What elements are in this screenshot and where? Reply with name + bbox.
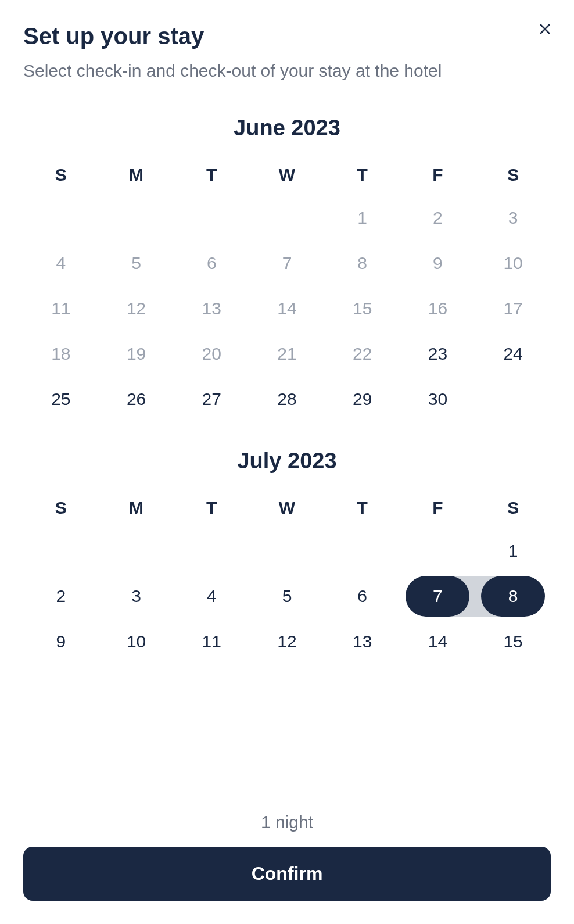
calendar-day[interactable]: 26 (99, 379, 174, 420)
day-cell: 9 (400, 243, 476, 284)
weekday-label: T (174, 491, 249, 525)
calendar-day[interactable]: 9 (23, 621, 99, 662)
calendar-day: 6 (174, 243, 249, 284)
calendar-day[interactable]: 5 (249, 576, 325, 617)
weekday-label: M (99, 158, 174, 192)
day-cell: 11 (174, 621, 249, 662)
day-cell: 9 (23, 621, 99, 662)
calendar-day[interactable]: 2 (23, 576, 99, 617)
day-cell: 10 (475, 243, 551, 284)
day-cell: 28 (249, 379, 325, 420)
month-title: July 2023 (23, 449, 551, 474)
days-grid: 123456789101112131415 (23, 531, 551, 662)
calendar-day[interactable]: 29 (325, 379, 400, 420)
day-cell: 4 (23, 243, 99, 284)
calendar-day: 13 (174, 288, 249, 329)
day-cell: 8 (475, 576, 551, 617)
calendar-day[interactable]: 1 (475, 531, 551, 571)
calendar-day: 21 (249, 334, 325, 374)
calendar-day: 17 (475, 288, 551, 329)
day-cell: 25 (23, 379, 99, 420)
calendar-day[interactable]: 25 (23, 379, 99, 420)
month-title: June 2023 (23, 116, 551, 141)
day-cell: 8 (325, 243, 400, 284)
calendar-day: 16 (400, 288, 476, 329)
weekday-label: S (23, 158, 99, 192)
day-cell: 12 (99, 288, 174, 329)
day-cell: 3 (475, 198, 551, 238)
day-cell: 20 (174, 334, 249, 374)
day-cell: 24 (475, 334, 551, 374)
day-cell: 18 (23, 334, 99, 374)
calendar-day[interactable]: 11 (174, 621, 249, 662)
day-cell: 22 (325, 334, 400, 374)
calendar-day[interactable]: 13 (325, 621, 400, 662)
day-cell: 17 (475, 288, 551, 329)
day-cell: 7 (400, 576, 476, 617)
weekday-label: M (99, 491, 174, 525)
calendar-day: 10 (475, 243, 551, 284)
day-cell: 3 (99, 576, 174, 617)
calendar-day[interactable]: 3 (99, 576, 174, 617)
calendar-day[interactable]: 27 (174, 379, 249, 420)
day-cell: 14 (400, 621, 476, 662)
calendar-day[interactable]: 4 (174, 576, 249, 617)
calendar-day[interactable]: 24 (475, 334, 551, 374)
day-cell: 12 (249, 621, 325, 662)
weekday-label: T (325, 158, 400, 192)
calendar-day: 5 (99, 243, 174, 284)
calendar-day[interactable]: 28 (249, 379, 325, 420)
calendar-day: 7 (249, 243, 325, 284)
weekday-label: S (475, 491, 551, 525)
day-cell: 2 (400, 198, 476, 238)
day-cell: 15 (475, 621, 551, 662)
day-cell: 4 (174, 576, 249, 617)
weekday-label: S (475, 158, 551, 192)
calendar-day[interactable]: 14 (400, 621, 476, 662)
calendar-day[interactable]: 8 (481, 576, 545, 617)
calendar-day: 9 (400, 243, 476, 284)
day-cell: 23 (400, 334, 476, 374)
calendar-day[interactable]: 30 (400, 379, 476, 420)
calendar-day: 1 (325, 198, 400, 238)
day-cell: 29 (325, 379, 400, 420)
page-title: Set up your stay (23, 23, 551, 49)
calendar-day: 11 (23, 288, 99, 329)
calendar-day[interactable]: 10 (99, 621, 174, 662)
weekday-label: F (400, 491, 476, 525)
calendar-day: 3 (475, 198, 551, 238)
day-cell: 1 (475, 531, 551, 571)
calendar-day[interactable]: 23 (400, 334, 476, 374)
calendar-day: 14 (249, 288, 325, 329)
day-cell: 6 (325, 576, 400, 617)
day-cell: 5 (99, 243, 174, 284)
close-icon (538, 22, 552, 36)
day-cell: 10 (99, 621, 174, 662)
weekday-row: SMTWTFS (23, 491, 551, 525)
calendar-day: 22 (325, 334, 400, 374)
confirm-button[interactable]: Confirm (23, 847, 551, 901)
nights-label: 1 night (23, 812, 551, 832)
page-subtitle: Select check-in and check-out of your st… (23, 61, 551, 81)
days-grid: 1234567891011121314151617181920212223242… (23, 198, 551, 420)
calendar-day[interactable]: 7 (406, 576, 469, 617)
weekday-label: T (325, 491, 400, 525)
calendar: June 2023SMTWTFS123456789101112131415161… (23, 116, 551, 801)
month-block: July 2023SMTWTFS123456789101112131415 (23, 449, 551, 662)
weekday-label: W (249, 158, 325, 192)
calendar-day[interactable]: 6 (325, 576, 400, 617)
day-cell: 11 (23, 288, 99, 329)
close-button[interactable] (533, 17, 557, 41)
weekday-label: F (400, 158, 476, 192)
month-block: June 2023SMTWTFS123456789101112131415161… (23, 116, 551, 420)
calendar-day[interactable]: 12 (249, 621, 325, 662)
weekday-label: W (249, 491, 325, 525)
calendar-day[interactable]: 15 (475, 621, 551, 662)
calendar-day: 20 (174, 334, 249, 374)
day-cell: 13 (325, 621, 400, 662)
day-cell: 16 (400, 288, 476, 329)
calendar-day: 15 (325, 288, 400, 329)
calendar-day: 18 (23, 334, 99, 374)
day-cell: 15 (325, 288, 400, 329)
footer: 1 night Confirm (23, 801, 551, 901)
